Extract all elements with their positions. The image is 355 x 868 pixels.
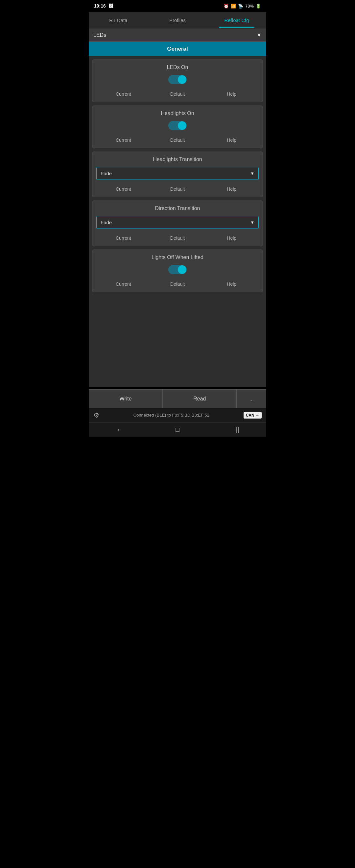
direction-transition-actions: Current Default Help [96, 234, 259, 243]
headlights-transition-help-btn[interactable]: Help [204, 184, 259, 194]
leds-on-toggle-knob [178, 75, 186, 84]
category-label: LEDs [93, 32, 106, 38]
status-footer: ⚙ Connected (BLE) to F0:F5:BD:B3:EF:52 C… [89, 408, 266, 422]
card-leds-on: LEDs On Current Default Help [92, 60, 263, 102]
signal-icon: 📡 [238, 4, 243, 8]
headlights-transition-current-btn[interactable]: Current [96, 184, 151, 194]
tab-refloat-cfg[interactable]: Refloat Cfg [207, 13, 266, 28]
direction-transition-help-btn[interactable]: Help [204, 234, 259, 243]
leds-on-actions: Current Default Help [96, 89, 259, 99]
headlights-on-default-btn[interactable]: Default [151, 135, 205, 145]
settings-gear-icon[interactable]: ⚙ [93, 411, 99, 419]
card-headlights-on: Headlights On Current Default Help [92, 105, 263, 148]
headlights-on-toggle-row [96, 121, 259, 130]
headlights-transition-arrow: ▼ [250, 171, 254, 176]
status-bar: 19:16 🖼 ⏰ 📶 📡 78% 🔋 [89, 0, 266, 12]
read-button[interactable]: Read [163, 390, 237, 408]
status-left: 19:16 🖼 [94, 3, 113, 8]
recents-button[interactable]: ||| [207, 426, 266, 433]
category-dropdown[interactable]: LEDs ▼ [89, 29, 266, 42]
card-leds-on-title: LEDs On [96, 64, 259, 70]
headlights-on-help-btn[interactable]: Help [204, 135, 259, 145]
lights-off-toggle-row [96, 265, 259, 274]
lights-off-actions: Current Default Help [96, 279, 259, 289]
can-badge: CAN → [244, 412, 262, 418]
card-lights-off-when-lifted: Lights Off When Lifted Current Default H… [92, 250, 263, 292]
bottom-action-bar: Write Read ... [89, 389, 266, 408]
headlights-on-toggle[interactable] [168, 121, 187, 130]
card-headlights-transition-title: Headlights Transition [96, 156, 259, 162]
lights-off-default-btn[interactable]: Default [151, 279, 205, 289]
leds-on-current-btn[interactable]: Current [96, 89, 151, 99]
tab-bar: RT Data Profiles Refloat Cfg [89, 12, 266, 29]
card-lights-off-when-lifted-title: Lights Off When Lifted [96, 254, 259, 260]
wifi-icon: 📶 [231, 4, 236, 8]
lights-off-toggle-knob [178, 265, 186, 274]
direction-transition-arrow: ▼ [250, 220, 254, 225]
connection-status-text: Connected (BLE) to F0:F5:BD:B3:EF:52 [99, 413, 244, 417]
general-section-header: General [89, 42, 266, 56]
headlights-transition-dropdown[interactable]: Fade ▼ [96, 167, 259, 180]
headlights-transition-actions: Current Default Help [96, 184, 259, 194]
battery-icon: 🔋 [256, 4, 261, 8]
nav-bar: ‹ □ ||| [89, 422, 266, 437]
direction-transition-current-btn[interactable]: Current [96, 234, 151, 243]
time-display: 19:16 [94, 3, 106, 8]
main-content: LEDs ▼ General LEDs On Current Default H… [89, 29, 266, 386]
home-button[interactable]: □ [148, 426, 207, 433]
headlights-transition-value: Fade [101, 170, 112, 176]
tab-rt-data[interactable]: RT Data [89, 13, 148, 28]
leds-on-help-btn[interactable]: Help [204, 89, 259, 99]
category-arrow: ▼ [256, 32, 262, 38]
lights-off-help-btn[interactable]: Help [204, 279, 259, 289]
photo-icon: 🖼 [108, 3, 113, 8]
headlights-on-current-btn[interactable]: Current [96, 135, 151, 145]
headlights-transition-default-btn[interactable]: Default [151, 184, 205, 194]
write-button[interactable]: Write [89, 390, 163, 408]
card-direction-transition: Direction Transition Fade ▼ Current Defa… [92, 200, 263, 246]
alarm-icon: ⏰ [224, 4, 229, 8]
status-right: ⏰ 📶 📡 78% 🔋 [224, 4, 261, 8]
direction-transition-dropdown[interactable]: Fade ▼ [96, 216, 259, 229]
card-headlights-on-title: Headlights On [96, 111, 259, 116]
back-button[interactable]: ‹ [89, 426, 148, 433]
more-button[interactable]: ... [237, 390, 266, 408]
leds-on-toggle-row [96, 75, 259, 84]
headlights-on-actions: Current Default Help [96, 135, 259, 145]
leds-on-default-btn[interactable]: Default [151, 89, 205, 99]
direction-transition-value: Fade [101, 220, 112, 225]
card-direction-transition-title: Direction Transition [96, 206, 259, 211]
leds-on-toggle[interactable] [168, 75, 187, 84]
battery-percent: 78% [245, 4, 254, 8]
lights-off-current-btn[interactable]: Current [96, 279, 151, 289]
lights-off-toggle[interactable] [168, 265, 187, 274]
card-headlights-transition: Headlights Transition Fade ▼ Current Def… [92, 152, 263, 197]
tab-profiles[interactable]: Profiles [148, 13, 207, 28]
headlights-on-toggle-knob [178, 121, 186, 130]
direction-transition-default-btn[interactable]: Default [151, 234, 205, 243]
